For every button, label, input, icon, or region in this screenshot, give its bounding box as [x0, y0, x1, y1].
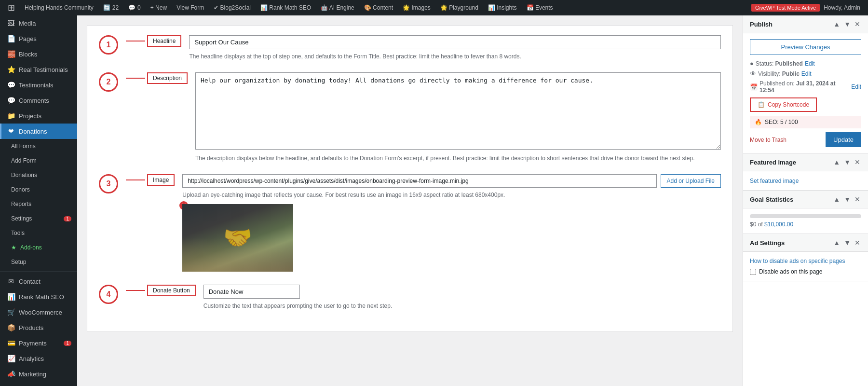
sidebar-item-donors[interactable]: Donors	[0, 182, 77, 197]
featured-image-up[interactable]: ▲	[832, 158, 841, 166]
featured-image-toggle: ▲ ▼ ✕	[832, 158, 861, 166]
admin-bar-howdy[interactable]: Howdy, Admin	[820, 4, 864, 11]
donate-button-input[interactable]	[203, 285, 300, 299]
real-testimonials-icon: ⭐	[7, 66, 15, 73]
sidebar-item-settings[interactable]: Settings 1	[0, 211, 77, 226]
sidebar-item-testimonials[interactable]: 💬 Testimonials	[0, 77, 77, 93]
comments-icon: 💬	[128, 4, 136, 11]
pages-icon: 📄	[7, 35, 15, 42]
sidebar-item-marketing[interactable]: 📣 Marketing	[0, 366, 77, 382]
wp-logo-icon[interactable]: ⊞	[4, 2, 19, 13]
sidebar-item-setup[interactable]: Setup	[0, 255, 77, 269]
ad-settings-up[interactable]: ▲	[832, 239, 841, 247]
image-field-content: Add or Upload File Upload an eye-catchin…	[182, 174, 721, 273]
add-upload-button[interactable]: Add or Upload File	[661, 174, 721, 188]
featured-image-body: Set featured image	[743, 171, 868, 190]
publish-close[interactable]: ✕	[854, 20, 861, 28]
sidebar-item-analytics[interactable]: 📈 Analytics	[0, 351, 77, 366]
move-to-trash-link[interactable]: Move to Trash	[750, 137, 787, 143]
sidebar-item-pages[interactable]: 📄 Pages	[0, 31, 77, 46]
disable-ads-checkbox[interactable]	[750, 269, 756, 275]
status-circle-icon: ●	[750, 60, 754, 67]
preview-changes-button[interactable]: Preview Changes	[750, 39, 861, 55]
image-field-row: 3 Image Add or Upload File Upload an eye…	[99, 174, 721, 273]
image-preview	[182, 204, 293, 272]
step-2-circle: 2	[99, 72, 118, 92]
sidebar-item-blocks[interactable]: 🧱 Blocks	[0, 46, 77, 62]
image-preview-container: ✕	[182, 204, 293, 272]
ad-settings-close[interactable]: ✕	[854, 239, 861, 247]
sidebar-item-donations[interactable]: ❤ Donations	[0, 124, 77, 139]
ad-settings-down[interactable]: ▼	[843, 239, 852, 247]
analytics-icon: 📈	[7, 355, 15, 362]
right-panel: Publish ▲ ▼ ✕ Preview Changes ● Status: …	[743, 15, 868, 386]
set-featured-image-link[interactable]: Set featured image	[750, 178, 799, 184]
admin-bar-new[interactable]: + New	[147, 0, 171, 15]
givewp-badge[interactable]: GiveWP Test Mode Active	[751, 4, 820, 12]
admin-bar-events[interactable]: 📅 Events	[523, 0, 557, 15]
goal-stats-close[interactable]: ✕	[854, 195, 861, 203]
sidebar: 🖼 Media 📄 Pages 🧱 Blocks ⭐ Real Testimon…	[0, 15, 77, 386]
arrow-line-3	[126, 179, 145, 180]
description-hint: The description displays below the headl…	[195, 154, 721, 163]
goal-statistics-title: Goal Statistics	[750, 196, 793, 203]
visibility-edit-link[interactable]: Edit	[801, 70, 812, 77]
sidebar-item-add-form[interactable]: Add Form	[0, 153, 77, 168]
ad-settings-title: Ad Settings	[750, 239, 785, 247]
admin-bar-aiengine[interactable]: 🤖 AI Engine	[317, 0, 358, 15]
description-textarea[interactable]	[195, 72, 721, 150]
admin-bar-updates[interactable]: 🔄 22	[99, 0, 122, 15]
sidebar-item-tools[interactable]: Tools	[0, 226, 77, 240]
sidebar-item-add-ons[interactable]: ★ Add-ons	[0, 240, 77, 255]
admin-bar-playground[interactable]: 🌟 Playground	[436, 0, 482, 15]
description-label: Description	[147, 72, 188, 84]
projects-icon: 📁	[7, 112, 15, 120]
admin-bar-insights[interactable]: 📊 Insights	[484, 0, 521, 15]
goal-amount-link[interactable]: $10,000.00	[764, 221, 793, 228]
sidebar-item-media[interactable]: 🖼 Media	[0, 15, 77, 31]
published-on-edit-link[interactable]: Edit	[851, 83, 861, 90]
headline-input[interactable]	[189, 35, 721, 49]
admin-bar-site[interactable]: Helping Hands Community	[21, 0, 97, 15]
admin-bar-content[interactable]: 🎨 Content	[360, 0, 397, 15]
featured-image-down[interactable]: ▼	[843, 158, 852, 166]
publish-section-header: Publish ▲ ▼ ✕	[743, 15, 868, 33]
goal-progress-bar	[750, 214, 861, 218]
goal-statistics-toggle: ▲ ▼ ✕	[832, 195, 861, 203]
disable-ads-row: Disable ads on this page	[750, 268, 861, 275]
disable-ads-link[interactable]: How to disable ads on specific pages	[750, 258, 861, 264]
goal-stats-down[interactable]: ▼	[843, 195, 852, 203]
step-4-circle: 4	[99, 285, 118, 304]
ad-settings-header: Ad Settings ▲ ▼ ✕	[743, 234, 868, 252]
sidebar-item-donations-sub[interactable]: Donations	[0, 168, 77, 182]
sidebar-item-reports[interactable]: Reports	[0, 197, 77, 211]
arrow-line-1	[126, 41, 145, 41]
publish-collapse-down[interactable]: ▼	[843, 20, 852, 28]
sidebar-item-contact[interactable]: ✉ Contact	[0, 274, 77, 289]
sidebar-item-all-forms[interactable]: All Forms	[0, 139, 77, 153]
admin-bar-rankmath[interactable]: 📊 Rank Math SEO	[257, 0, 315, 15]
featured-image-close[interactable]: ✕	[854, 158, 861, 166]
goal-stats-up[interactable]: ▲	[832, 195, 841, 203]
copy-shortcode-button[interactable]: 📋 Copy Shortcode	[750, 97, 817, 112]
sidebar-item-products[interactable]: 📦 Products	[0, 320, 77, 335]
sidebar-item-rank-math[interactable]: 📊 Rank Math SEO	[0, 289, 77, 304]
arrow-line-2	[126, 78, 145, 79]
admin-bar-view-form[interactable]: View Form	[173, 0, 208, 15]
media-icon: 🖼	[7, 19, 15, 27]
sidebar-item-comments[interactable]: 💬 Comments	[0, 93, 77, 108]
update-button[interactable]: Update	[826, 132, 861, 147]
sidebar-item-payments[interactable]: 💳 Payments 1	[0, 335, 77, 351]
content-area: 1 Headline The headline displays at the …	[77, 15, 743, 386]
sidebar-item-real-testimonials[interactable]: ⭐ Real Testimonials	[0, 62, 77, 77]
sidebar-item-woocommerce[interactable]: 🛒 WooCommerce	[0, 304, 77, 320]
publish-collapse-up[interactable]: ▲	[832, 20, 841, 28]
admin-bar-comments[interactable]: 💬 0	[124, 0, 145, 15]
admin-bar-blog2social[interactable]: ✔ Blog2Social	[210, 0, 255, 15]
admin-bar-images[interactable]: 🌟 Images	[399, 0, 434, 15]
status-edit-link[interactable]: Edit	[805, 60, 815, 67]
calendar-icon: 📅	[750, 83, 758, 91]
image-url-input[interactable]	[182, 174, 656, 188]
description-field-row: 2 Description The description displays b…	[99, 72, 721, 163]
sidebar-item-projects[interactable]: 📁 Projects	[0, 108, 77, 124]
